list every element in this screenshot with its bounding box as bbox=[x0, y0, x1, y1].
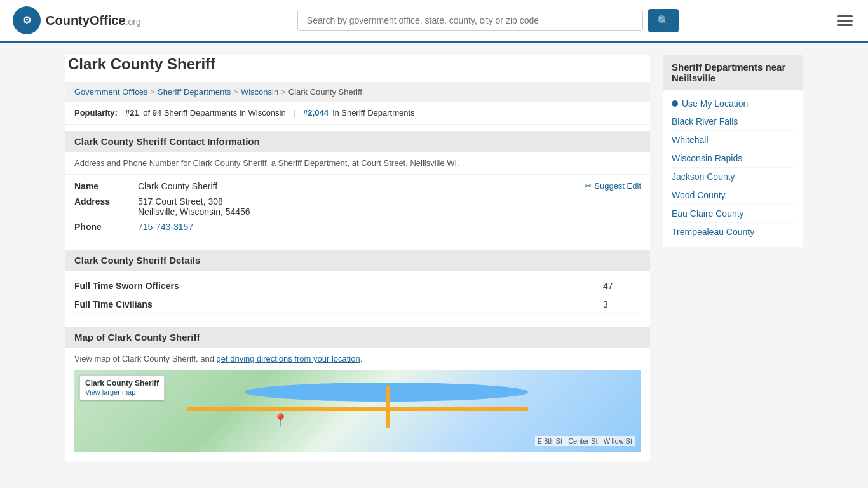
map-info-box: Clark County Sheriff View larger map bbox=[79, 375, 165, 400]
phone-value: 715-743-3157 bbox=[138, 222, 641, 232]
sidebar-link-wisconsin-rapids[interactable]: Wisconsin Rapids bbox=[672, 149, 794, 168]
popularity-national: #2,044 in Sheriff Departments bbox=[303, 108, 415, 118]
page-title: Clark County Sheriff bbox=[65, 55, 650, 73]
breadcrumb-sep: > bbox=[150, 87, 155, 97]
logo-area: ⚙ CountyOffice.org bbox=[13, 6, 141, 34]
menu-icon bbox=[837, 15, 853, 17]
phone-link[interactable]: 715-743-3157 bbox=[138, 222, 193, 232]
map-label-streets: E 8th St Center St Willow St bbox=[535, 436, 635, 446]
name-label: Name bbox=[74, 181, 138, 191]
suggest-edit-label: Suggest Edit bbox=[594, 181, 641, 191]
civilian-label: Full Time Civilians bbox=[74, 299, 603, 309]
menu-icon bbox=[837, 20, 853, 22]
sidebar-link-jackson-county[interactable]: Jackson County bbox=[672, 168, 794, 186]
contact-phone-row: Phone 715-743-3157 bbox=[74, 222, 641, 232]
search-button[interactable]: 🔍 bbox=[648, 9, 679, 32]
popularity-label: Popularity: bbox=[74, 108, 118, 118]
name-value: Clark County Sheriff bbox=[138, 181, 585, 191]
sidebar-box: Sheriff Departments near Neillsville Use… bbox=[663, 55, 803, 247]
sworn-label: Full Time Sworn Officers bbox=[74, 281, 603, 291]
map-container: 📍 E 8th St Center St Willow St Clark Cou… bbox=[74, 370, 641, 452]
contact-address-row: Address 517 Court Street, 308 Neillsvill… bbox=[74, 196, 641, 217]
breadcrumb-sep: > bbox=[233, 87, 238, 97]
breadcrumb-current: Clark County Sheriff bbox=[288, 87, 362, 97]
phone-label: Phone bbox=[74, 222, 138, 232]
logo-icon: ⚙ bbox=[13, 6, 41, 34]
location-dot-icon bbox=[672, 100, 678, 107]
driving-directions-link[interactable]: get driving directions from your locatio… bbox=[217, 354, 360, 363]
sidebar: Sheriff Departments near Neillsville Use… bbox=[663, 55, 803, 461]
map-road-horizontal bbox=[187, 407, 527, 411]
sidebar-link-eau-claire[interactable]: Eau Claire County bbox=[672, 205, 794, 223]
details-section-header: Clark County Sheriff Details bbox=[65, 250, 650, 271]
detail-row-civilian: Full Time Civilians 3 bbox=[74, 295, 641, 314]
view-larger-map-link[interactable]: View larger map bbox=[85, 388, 135, 396]
breadcrumb-sep: > bbox=[281, 87, 286, 97]
main-wrapper: Clark County Sheriff Government Offices … bbox=[53, 43, 815, 474]
sidebar-link-wood-county[interactable]: Wood County bbox=[672, 186, 794, 205]
sidebar-link-whitehall[interactable]: Whitehall bbox=[672, 131, 794, 149]
popularity-rank: #21 of 94 Sheriff Departments in Wiscons… bbox=[125, 108, 286, 118]
map-box-title: Clark County Sheriff bbox=[85, 379, 159, 388]
sidebar-link-black-river-falls[interactable]: Black River Falls bbox=[672, 112, 794, 131]
breadcrumb: Government Offices > Sheriff Departments… bbox=[65, 82, 650, 102]
header: ⚙ CountyOffice.org 🔍 bbox=[0, 0, 868, 43]
menu-button[interactable] bbox=[835, 13, 855, 29]
breadcrumb-link-wi[interactable]: Wisconsin bbox=[241, 87, 278, 97]
sidebar-title: Sheriff Departments near Neillsville bbox=[663, 55, 803, 90]
breadcrumb-link-gov[interactable]: Government Offices bbox=[74, 87, 147, 97]
search-area: 🔍 bbox=[297, 9, 679, 32]
map-description: View map of Clark County Sheriff, and ge… bbox=[65, 348, 650, 370]
menu-icon bbox=[837, 24, 853, 26]
map-section-header: Map of Clark County Sheriff bbox=[65, 327, 650, 348]
map-road-vertical bbox=[386, 386, 390, 428]
use-location-label: Use My Location bbox=[682, 98, 748, 109]
search-input[interactable] bbox=[297, 10, 643, 31]
sidebar-list: Use My Location Black River Falls Whiteh… bbox=[663, 90, 803, 247]
detail-row-sworn: Full Time Sworn Officers 47 bbox=[74, 277, 641, 295]
contact-info-table: Name Clark County Sheriff ✂ Suggest Edit… bbox=[65, 175, 650, 243]
address-label: Address bbox=[74, 196, 138, 207]
svg-text:⚙: ⚙ bbox=[22, 15, 31, 25]
contact-section-header: Clark County Sheriff Contact Information bbox=[65, 131, 650, 152]
address-value: 517 Court Street, 308 Neillsville, Wisco… bbox=[138, 196, 641, 217]
main-content: Clark County Sheriff Government Offices … bbox=[65, 55, 650, 461]
search-icon: 🔍 bbox=[657, 15, 670, 26]
sidebar-link-trempealeau[interactable]: Trempealeau County bbox=[672, 223, 794, 241]
popularity-bar: Popularity: #21 of 94 Sheriff Department… bbox=[65, 102, 650, 125]
suggest-edit-link[interactable]: ✂ Suggest Edit bbox=[585, 181, 641, 191]
sworn-value: 47 bbox=[603, 281, 641, 291]
breadcrumb-link-sheriff[interactable]: Sheriff Departments bbox=[158, 87, 231, 97]
popularity-divider: | bbox=[294, 108, 295, 118]
details-table: Full Time Sworn Officers 47 Full Time Ci… bbox=[65, 271, 650, 320]
logo-text: CountyOffice.org bbox=[46, 13, 141, 28]
contact-description: Address and Phone Number for Clark Count… bbox=[65, 152, 650, 175]
map-pin-icon: 📍 bbox=[273, 412, 288, 428]
civilian-value: 3 bbox=[603, 299, 641, 309]
contact-name-row: Name Clark County Sheriff ✂ Suggest Edit bbox=[74, 181, 641, 191]
suggest-edit-icon: ✂ bbox=[585, 181, 592, 191]
use-my-location-link[interactable]: Use My Location bbox=[672, 95, 794, 112]
